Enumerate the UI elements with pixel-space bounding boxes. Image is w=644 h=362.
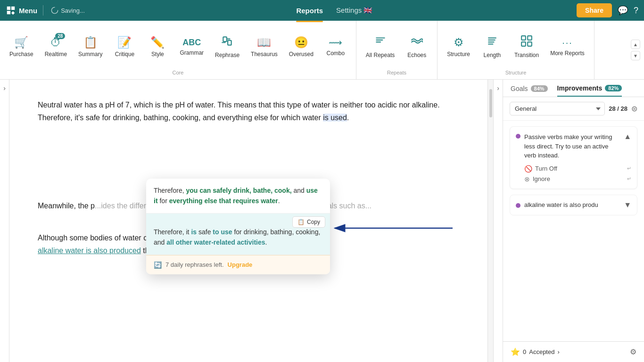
copy-label: Copy <box>307 219 320 225</box>
rephrase-count-text: 7 daily rephrases left. <box>165 261 224 268</box>
improvements-list: Passive verbs make your writing less dir… <box>503 121 644 341</box>
popup-footer: 🔄 7 daily rephrases left. Upgrade <box>146 255 330 274</box>
copy-icon: 📋 <box>297 219 305 225</box>
tab-settings[interactable]: Settings 🇬🇧 <box>336 4 372 16</box>
grammar-label: Grammar <box>180 49 204 56</box>
option2-container: Therefore, it is safe to use for drinkin… <box>146 214 330 255</box>
copy-button[interactable]: 📋 Copy <box>292 216 325 228</box>
option2-intro: Therefore, it <box>154 228 191 236</box>
option1-period: . <box>278 197 280 205</box>
toolbar-echoes[interactable]: Echoes <box>400 28 433 72</box>
combo-icon: ⟿ <box>329 37 342 48</box>
turn-off-action[interactable]: 🚫 Turn Off ↵ <box>524 165 631 173</box>
thesaurus-label: Thesaurus <box>251 51 278 58</box>
toolbar-more-reports[interactable]: ··· More Reports <box>545 31 590 70</box>
tab-reports[interactable]: Reports <box>296 5 323 16</box>
improvement-1-dot <box>516 134 520 139</box>
turn-off-label: Turn Off <box>535 165 557 172</box>
structure-label: Structure <box>447 51 470 58</box>
toolbar-rephrase[interactable]: Rephrase <box>209 28 245 72</box>
all-repeats-label: All Repeats <box>366 52 395 58</box>
ignore-action[interactable]: ⊗ Ignore ↵ <box>524 175 631 183</box>
filter-icon[interactable]: ⊜ <box>631 104 637 113</box>
ignore-shortcut: ↵ <box>627 176 631 182</box>
right-panel-expand[interactable]: › <box>493 80 503 362</box>
toolbar-scroll-down[interactable]: ▼ <box>631 51 640 60</box>
transition-icon <box>520 35 533 50</box>
app-logo[interactable]: Menu <box>6 5 43 16</box>
category-dropdown[interactable]: General Clarity Style Grammar <box>510 102 605 115</box>
toolbar-realtime[interactable]: ⏱ 28 Realtime <box>39 29 73 71</box>
realtime-badge: 28 <box>55 33 65 39</box>
panel-tabs: Goals 84% Improvements 82% <box>503 80 644 97</box>
rephrase-icon-footer: 🔄 <box>154 261 162 269</box>
svg-rect-0 <box>223 37 227 41</box>
rephrase-label: Rephrase <box>215 52 239 58</box>
rephrase-option-1[interactable]: Therefore, you can safely drink, bathe, … <box>146 179 330 214</box>
panel-footer: ⭐ 0 Accepted › ⚙ <box>503 341 644 362</box>
improvement-1-actions: 🚫 Turn Off ↵ ⊗ Ignore ↵ <box>516 165 631 183</box>
accepted-section[interactable]: ⭐ 0 Accepted › <box>511 347 560 356</box>
alkaline-link[interactable]: alkaline water is also produced <box>38 247 141 255</box>
improvement-2-text: alkaline water is also produ <box>524 201 620 208</box>
paragraph-1: Neutral water has a pH of 7, which is th… <box>38 99 459 124</box>
goals-badge: 84% <box>531 85 548 92</box>
saving-icon <box>51 7 58 14</box>
highlighted-text: is used <box>323 114 347 122</box>
toolbar-purchase[interactable]: 🛒 Purchase <box>4 29 39 71</box>
improvement-2-expand[interactable]: ▼ <box>624 201 631 209</box>
rephrase-popup: Therefore, you can safely drink, bathe, … <box>146 179 330 274</box>
all-repeats-icon <box>374 35 387 50</box>
left-sidebar-toggle[interactable]: › <box>0 80 9 362</box>
accepted-label-text: Accepted <box>529 348 554 355</box>
messages-button[interactable]: 💬 <box>618 5 628 16</box>
scroll-thumb[interactable] <box>489 89 492 117</box>
toolbar-style[interactable]: ✏️ Style <box>141 29 174 71</box>
toolbar-structure[interactable]: ⚙ Structure <box>441 29 476 71</box>
share-button[interactable]: Share <box>577 3 612 17</box>
right-toggle-icon: › <box>497 84 499 92</box>
structure-section-label: Structure <box>505 70 527 75</box>
toolbar-length[interactable]: Length <box>476 28 509 72</box>
style-label: Style <box>151 51 164 58</box>
toolbar-thesaurus[interactable]: 📖 Thesaurus <box>245 29 283 71</box>
toolbar-combo[interactable]: ⟿ Combo <box>319 30 352 70</box>
saving-indicator: Saving... <box>43 7 92 14</box>
toolbar-section-structure: ⚙ Structure Length Transition <box>438 21 594 79</box>
core-section-label: Core <box>173 70 184 75</box>
toolbar-overused[interactable]: 😐 Overused <box>283 29 319 71</box>
tab-goals[interactable]: Goals 84% <box>511 84 548 97</box>
tab-improvements[interactable]: Improvements 82% <box>557 84 622 97</box>
summary-icon: 📋 <box>83 36 98 49</box>
overused-label: Overused <box>289 51 314 58</box>
upgrade-link[interactable]: Upgrade <box>228 261 253 268</box>
realtime-icon: ⏱ 28 <box>50 36 61 49</box>
svg-rect-7 <box>528 36 532 40</box>
toolbar-critique[interactable]: 📝 Critique <box>108 29 141 71</box>
toolbar-grammar[interactable]: ABC Grammar <box>174 31 209 69</box>
toolbar-transition[interactable]: Transition <box>509 28 545 72</box>
improvement-1-header: Passive verbs make your writing less dir… <box>516 132 631 160</box>
option2-mid: safe <box>197 228 213 236</box>
improvement-1-collapse[interactable]: ▲ <box>624 132 631 141</box>
toolbar-summary[interactable]: 📋 Summary <box>73 29 108 71</box>
repeats-section-label: Repeats <box>387 70 406 75</box>
length-label: Length <box>484 52 501 58</box>
help-button[interactable]: ? <box>634 6 638 16</box>
toolbar-navigation: ▲ ▼ <box>629 21 644 79</box>
summary-label: Summary <box>78 51 102 58</box>
turn-off-icon: 🚫 <box>524 165 532 173</box>
toolbar-all-repeats[interactable]: All Repeats <box>360 28 400 72</box>
accepted-chevron: › <box>557 348 559 355</box>
improvement-2-dot <box>516 203 520 208</box>
improvement-item-2[interactable]: alkaline water is also produ ▼ <box>510 195 637 215</box>
option2-text3: all other water-related activities <box>166 239 265 246</box>
toolbar-scroll-up[interactable]: ▲ <box>631 40 640 49</box>
star-icon: ⭐ <box>511 347 520 356</box>
editor-scrollbar[interactable] <box>487 80 493 362</box>
toolbar-section-repeats: All Repeats Echoes Repeats <box>356 21 438 79</box>
panel-settings-icon[interactable]: ⚙ <box>630 347 636 356</box>
editor-area[interactable]: Neutral water has a pH of 7, which is th… <box>9 80 487 362</box>
saving-text: Saving... <box>61 7 85 14</box>
ignore-label: Ignore <box>533 175 550 182</box>
